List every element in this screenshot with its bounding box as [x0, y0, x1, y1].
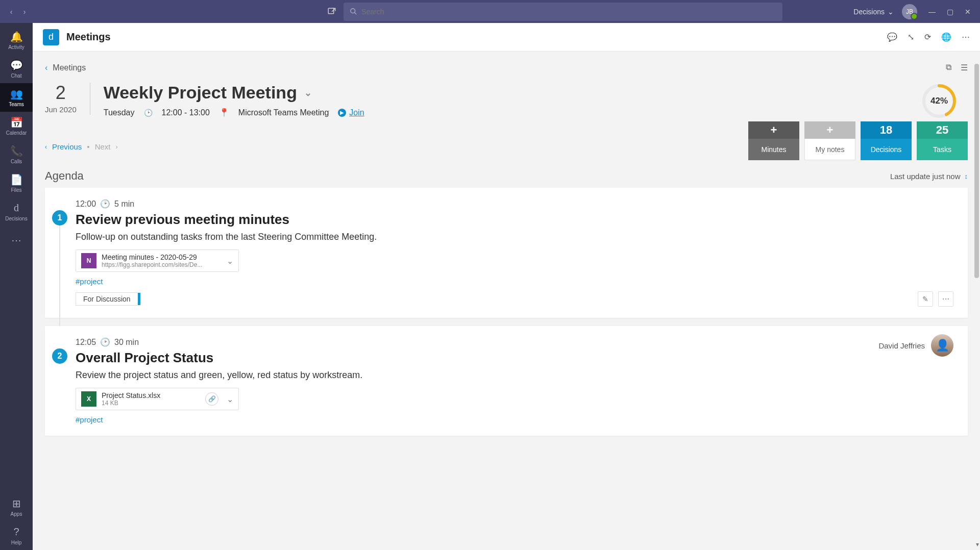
- nav-forward-icon[interactable]: ›: [19, 7, 30, 17]
- app-logo-icon: d: [43, 29, 59, 45]
- attachment-subtitle: 14 KB: [102, 399, 160, 407]
- scrollbar[interactable]: ▾: [973, 52, 980, 550]
- previous-meeting-link[interactable]: Previous: [52, 142, 82, 151]
- globe-icon[interactable]: 🌐: [941, 32, 951, 42]
- app-header: d Meetings 💬 ⤡ ⟳ 🌐 ⋯: [33, 23, 980, 52]
- meeting-location: Microsoft Teams Meeting: [238, 108, 329, 117]
- list-icon[interactable]: ☰: [961, 63, 968, 72]
- tile-tasks[interactable]: 25 Tasks: [917, 121, 968, 160]
- status-chip[interactable]: For Discussion: [76, 292, 138, 306]
- breadcrumb-label[interactable]: Meetings: [53, 63, 86, 72]
- meeting-day: 2: [45, 84, 77, 102]
- excel-icon: X: [81, 391, 96, 407]
- nav-back-icon[interactable]: ‹: [6, 7, 16, 17]
- card-more-icon[interactable]: ⋯: [938, 291, 953, 307]
- join-button[interactable]: ▶ Join: [338, 108, 364, 117]
- meeting-title-dropdown-icon[interactable]: ⌄: [304, 87, 312, 98]
- attachment-link-icon[interactable]: 🔗: [205, 392, 218, 406]
- sort-icon[interactable]: ↕: [965, 172, 968, 180]
- agenda-duration: 30 min: [114, 338, 139, 347]
- rail-apps-label: Apps: [11, 511, 22, 517]
- agenda-start-time: 12:00: [76, 199, 96, 209]
- tile-decisions-count: 18: [861, 121, 912, 139]
- agenda-start-time: 12:05: [76, 338, 96, 347]
- agenda-number-badge: 2: [52, 348, 67, 364]
- presenter-avatar: 👤: [931, 334, 953, 357]
- agenda-title: Overall Project Status: [76, 350, 953, 366]
- tile-my-notes[interactable]: + My notes: [804, 121, 855, 160]
- collapse-icon[interactable]: ⤡: [908, 32, 914, 42]
- attachment-dropdown-icon[interactable]: ⌄: [227, 256, 233, 266]
- rail-teams-label: Teams: [9, 102, 23, 107]
- maximize-icon[interactable]: ▢: [947, 8, 953, 16]
- calendar-icon: 📅: [11, 117, 22, 128]
- overflow-icon[interactable]: ⋯: [962, 32, 970, 42]
- tile-tasks-count: 25: [917, 121, 968, 139]
- org-switcher[interactable]: Decisions ⌄: [853, 8, 894, 16]
- search-box[interactable]: [344, 3, 782, 21]
- rail-help-label: Help: [11, 540, 22, 545]
- bell-icon: 🔔: [11, 31, 22, 42]
- onenote-icon: N: [81, 253, 96, 268]
- agenda-tag[interactable]: #project: [76, 415, 103, 424]
- tile-minutes-label: Minutes: [748, 139, 799, 160]
- attachment-onenote[interactable]: N Meeting minutes - 2020-05-29 https://f…: [76, 249, 239, 272]
- more-icon: ⋯: [11, 235, 22, 246]
- phone-icon: 📞: [11, 145, 22, 157]
- search-input[interactable]: [361, 8, 776, 16]
- next-chevron-icon: ›: [115, 143, 117, 151]
- rail-chat[interactable]: 💬 Chat: [0, 55, 33, 83]
- agenda-number-badge: 1: [52, 210, 67, 226]
- rail-apps[interactable]: ⊞ Apps: [0, 493, 33, 521]
- attachment-name: Meeting minutes - 2020-05-29: [102, 253, 202, 261]
- rail-help[interactable]: ? Help: [0, 521, 33, 550]
- rail-files[interactable]: 📄 Files: [0, 169, 33, 197]
- tile-decisions[interactable]: 18 Decisions: [861, 121, 912, 160]
- edit-icon[interactable]: ✎: [918, 291, 933, 307]
- progress-ring: 42%: [921, 83, 958, 119]
- clock-icon: 🕑: [144, 109, 153, 117]
- next-meeting-link[interactable]: Next: [95, 142, 111, 151]
- join-icon: ▶: [338, 109, 346, 117]
- teams-icon: 👥: [11, 88, 22, 99]
- rail-calendar[interactable]: 📅 Calendar: [0, 112, 33, 140]
- rail-more[interactable]: ⋯: [0, 226, 33, 255]
- minimize-icon[interactable]: ―: [928, 8, 936, 16]
- meeting-time: 12:00 - 13:00: [162, 108, 210, 117]
- rail-activity[interactable]: 🔔 Activity: [0, 26, 33, 55]
- close-icon[interactable]: ✕: [965, 8, 971, 16]
- join-label: Join: [349, 108, 364, 117]
- agenda-tag[interactable]: #project: [76, 277, 103, 286]
- tile-notes-plus: +: [804, 121, 855, 139]
- tile-minutes[interactable]: + Minutes: [748, 121, 799, 160]
- clock-icon: 🕑: [100, 337, 110, 347]
- svg-point-1: [351, 9, 355, 13]
- attachment-excel[interactable]: X Project Status.xlsx 14 KB 🔗 ⌄: [76, 388, 239, 410]
- prev-chevron-icon[interactable]: ‹: [45, 143, 47, 151]
- titlebar: ‹ › Decisions ⌄ JB ― ▢ ✕: [0, 0, 980, 23]
- attachment-dropdown-icon[interactable]: ⌄: [227, 394, 233, 404]
- agenda-description: Review the project status and green, yel…: [76, 370, 953, 381]
- app-title: Meetings: [66, 31, 111, 43]
- refresh-icon[interactable]: ⟳: [924, 32, 931, 42]
- rail-calls[interactable]: 📞 Calls: [0, 140, 33, 169]
- agenda-title: Review previous meeting minutes: [76, 212, 953, 228]
- rail-teams[interactable]: 👥 Teams: [0, 83, 33, 112]
- rail-decisions-label: Decisions: [5, 216, 27, 221]
- scrollbar-thumb[interactable]: [974, 64, 979, 278]
- org-name: Decisions: [853, 8, 885, 16]
- rail-decisions[interactable]: d Decisions: [0, 197, 33, 226]
- chat-panel-icon[interactable]: 💬: [887, 32, 897, 42]
- breadcrumb-back-icon[interactable]: ‹: [45, 63, 47, 72]
- compose-icon[interactable]: [324, 4, 339, 19]
- agenda-description: Follow-up on outstanding tasks from the …: [76, 232, 953, 242]
- popout-icon[interactable]: ⧉: [946, 63, 951, 72]
- apps-icon: ⊞: [11, 498, 22, 509]
- search-icon: [350, 8, 357, 15]
- rail-calendar-label: Calendar: [6, 130, 27, 136]
- user-avatar[interactable]: JB: [902, 4, 917, 19]
- scroll-down-icon[interactable]: ▾: [976, 541, 979, 548]
- agenda-item: 2 David Jeffries 👤 12:05 🕑 30 min Overal…: [45, 326, 968, 436]
- chat-icon: 💬: [11, 60, 22, 71]
- tile-decisions-label: Decisions: [861, 139, 912, 160]
